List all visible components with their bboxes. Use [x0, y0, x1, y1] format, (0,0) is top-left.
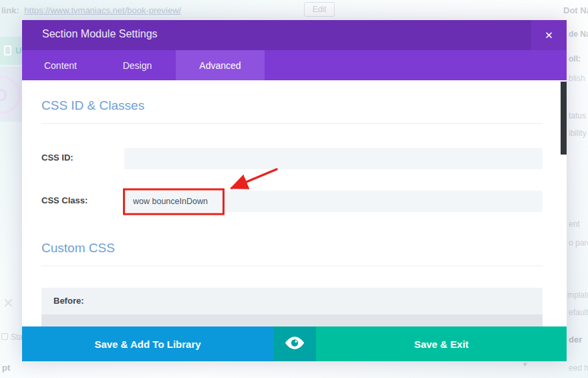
- divider: [41, 123, 543, 124]
- save-exit-button[interactable]: Save & Exit: [316, 326, 567, 361]
- format-icon: [1, 333, 8, 340]
- bg-fragment: ent: [569, 219, 580, 229]
- eye-icon: [285, 336, 305, 352]
- css-class-label: CSS Class:: [41, 195, 88, 205]
- close-icon[interactable]: ✕: [531, 20, 567, 50]
- bg-fragment: tatus: [569, 111, 586, 120]
- section-module-settings-modal: Section Module Settings ✕ Content Design…: [22, 20, 567, 361]
- modal-footer: Save & Add To Library Save & Exit: [22, 326, 567, 361]
- modal-body: CSS ID & Classes CSS ID: CSS Class: Cust…: [22, 80, 567, 326]
- css-id-input[interactable]: [124, 148, 543, 169]
- tab-design[interactable]: Design: [99, 50, 176, 80]
- section-heading-css-id-classes: CSS ID & Classes: [41, 98, 144, 113]
- custom-css-before-label: Before:: [41, 288, 543, 314]
- permalink-url: https://www.tvmaniacs.net/book-preview/: [24, 5, 181, 15]
- bg-fragment: mplate: [567, 290, 588, 300]
- tab-content[interactable]: Content: [22, 50, 99, 80]
- custom-css-before-editor[interactable]: [41, 314, 543, 326]
- background-close-icon: ✕: [3, 295, 14, 311]
- permalink-label: link:: [1, 5, 19, 15]
- tab-advanced[interactable]: Advanced: [176, 50, 265, 80]
- section-heading-custom-css: Custom CSS: [41, 241, 115, 256]
- modal-header: Section Module Settings ✕: [22, 20, 567, 50]
- bg-fragment: de Nav: [569, 29, 588, 39]
- modal-title: Section Module Settings: [42, 28, 158, 40]
- excerpt-label: pt: [2, 363, 10, 373]
- bg-fragment: ibility: [569, 128, 587, 138]
- bg-fragment: blish: [569, 74, 585, 83]
- css-class-input[interactable]: [124, 191, 543, 212]
- bg-fragment: efault: [569, 308, 588, 317]
- modal-tabbar: Content Design Advanced: [22, 50, 567, 80]
- modal-scrollbar[interactable]: [561, 82, 567, 155]
- bg-fragment: o parent: [569, 238, 588, 248]
- divider: [41, 266, 543, 266]
- bg-fragment: der: [569, 335, 582, 345]
- permalink-row: link: https://www.tvmaniacs.net/book-pre…: [1, 5, 181, 15]
- save-add-to-library-button[interactable]: Save & Add To Library: [22, 326, 273, 361]
- preview-button[interactable]: [273, 326, 316, 361]
- dot-navigation-label: Dot Navi: [563, 5, 588, 15]
- post-format-standard: Stand: [1, 333, 22, 342]
- bg-fragment: oll:: [569, 54, 581, 64]
- bg-fragment: eed help: [569, 363, 588, 373]
- use-default-editor-button: Us: [0, 37, 22, 65]
- permalink-edit-button: Edit: [304, 2, 335, 17]
- css-id-label: CSS ID:: [41, 153, 74, 163]
- editor-icon: [4, 45, 11, 56]
